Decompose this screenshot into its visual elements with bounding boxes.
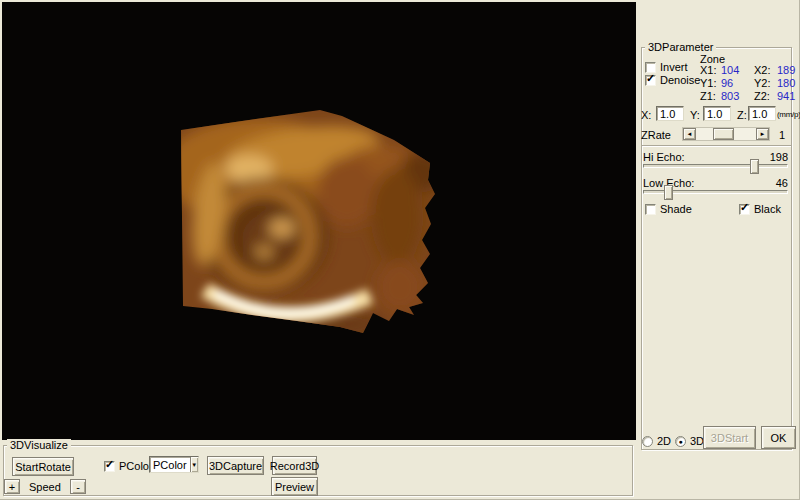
- record3d-button[interactable]: Record3D: [272, 456, 317, 475]
- zone-y2-value: 180: [777, 77, 795, 89]
- mode-2d-radio-row: 2D: [642, 435, 671, 447]
- shade-checkbox-row: Shade: [645, 203, 692, 215]
- mode-3d-label: 3D: [690, 435, 704, 447]
- pcolor-checkbox[interactable]: ✓: [104, 461, 115, 472]
- zrate-scrollbar-track[interactable]: [696, 128, 756, 140]
- zone-z1-label: Z1:: [700, 90, 721, 102]
- scale-x-field-wrap: [656, 106, 684, 121]
- parameter-group-title: 3DParameter: [645, 41, 716, 53]
- scale-z-field-wrap: [748, 106, 776, 121]
- scale-y-field-wrap: [703, 106, 731, 121]
- scale-x-input[interactable]: [656, 106, 684, 121]
- pcolor-select[interactable]: PColor ▼: [149, 456, 199, 473]
- preview-button[interactable]: Preview: [271, 477, 318, 496]
- shade-checkbox[interactable]: [645, 204, 656, 215]
- zone-x1-value: 104: [721, 64, 754, 76]
- checkmark-icon: ✓: [105, 459, 114, 470]
- zone-x1-label: X1:: [700, 64, 721, 76]
- zone-row-x: X1: 104 X2: 189: [700, 64, 796, 76]
- start-rotate-button[interactable]: StartRotate: [12, 457, 74, 476]
- separator: [642, 145, 791, 147]
- speed-minus-button[interactable]: -: [70, 479, 86, 494]
- speed-label: Speed: [29, 481, 61, 493]
- pcolor-checkbox-row: ✓ PColor: [104, 460, 153, 472]
- zone-row-y: Y1: 96 Y2: 180: [700, 77, 796, 89]
- render-viewport[interactable]: [2, 2, 636, 440]
- black-label: Black: [754, 203, 781, 215]
- invert-checkbox[interactable]: [645, 62, 656, 73]
- zone-y2-label: Y2:: [754, 77, 777, 89]
- scale-z-input[interactable]: [748, 106, 776, 121]
- visualize-group-title: 3DVisualize: [7, 439, 71, 451]
- radio-dot-icon: ●: [678, 438, 682, 445]
- low-echo-value: 46: [750, 177, 788, 189]
- zone-x2-value: 189: [777, 64, 795, 76]
- shade-label: Shade: [660, 203, 692, 215]
- mode-2d-radio[interactable]: [642, 436, 653, 447]
- pcolor-label: PColor: [119, 460, 153, 472]
- scroll-right-arrow-icon[interactable]: ►: [756, 128, 769, 140]
- hi-echo-label: Hi Echo:: [643, 151, 685, 163]
- denoise-checkbox[interactable]: ✓: [645, 75, 656, 86]
- checkmark-icon: ✓: [740, 202, 749, 213]
- low-echo-slider-track[interactable]: [643, 190, 788, 194]
- denoise-label: Denoise: [660, 74, 700, 86]
- speed-plus-button[interactable]: +: [4, 479, 20, 494]
- zone-y1-value: 96: [721, 77, 754, 89]
- 3dcapture-button[interactable]: 3DCapture: [207, 456, 264, 475]
- zone-y1-label: Y1:: [700, 77, 721, 89]
- scroll-left-arrow-icon[interactable]: ◄: [683, 128, 696, 140]
- zone-x2-label: X2:: [754, 64, 777, 76]
- pcolor-select-value: PColor: [150, 459, 190, 471]
- mode-2d-label: 2D: [657, 435, 671, 447]
- mode-3d-radio-row: ● 3D: [675, 435, 704, 447]
- chevron-down-icon[interactable]: ▼: [190, 457, 198, 472]
- zone-z1-value: 803: [721, 90, 754, 102]
- scale-x-label: X:: [641, 109, 651, 121]
- scale-unit-label: (mm/p): [777, 110, 800, 119]
- ok-button[interactable]: OK: [761, 426, 796, 449]
- zrate-label: ZRate: [641, 129, 671, 141]
- app-window: { "window": { "background": "#ece9d8" },…: [0, 0, 800, 500]
- zrate-scrollbar[interactable]: ◄ ►: [682, 127, 770, 141]
- zone-row-z: Z1: 803 Z2: 941: [700, 90, 796, 102]
- zone-z2-label: Z2:: [754, 90, 777, 102]
- scale-z-label: Z:: [737, 109, 747, 121]
- ultrasound-render: [2, 2, 636, 440]
- zrate-scrollbar-thumb[interactable]: [713, 128, 734, 140]
- denoise-checkbox-row: ✓ Denoise: [645, 74, 700, 86]
- 3dstart-button[interactable]: 3DStart: [703, 426, 756, 449]
- black-checkbox-row: ✓ Black: [739, 203, 781, 215]
- hi-echo-slider-thumb[interactable]: [750, 159, 759, 174]
- scale-y-input[interactable]: [703, 106, 731, 121]
- low-echo-slider-thumb[interactable]: [664, 185, 673, 200]
- zone-z2-value: 941: [777, 90, 795, 102]
- scale-y-label: Y:: [690, 109, 700, 121]
- invert-label: Invert: [660, 61, 688, 73]
- zrate-value: 1: [779, 129, 785, 141]
- mode-3d-radio[interactable]: ●: [675, 436, 686, 447]
- checkmark-icon: ✓: [646, 73, 655, 84]
- hi-echo-slider-track[interactable]: [643, 164, 788, 168]
- black-checkbox[interactable]: ✓: [739, 204, 750, 215]
